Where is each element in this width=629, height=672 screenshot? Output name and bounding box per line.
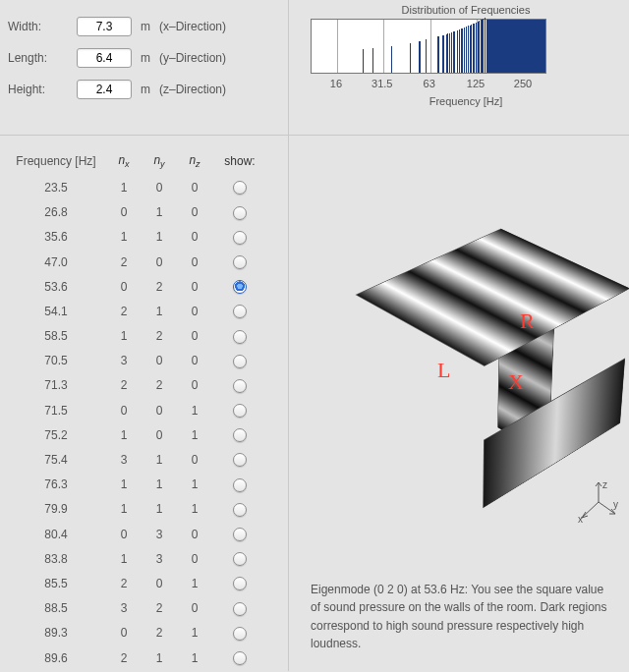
show-radio[interactable] <box>233 181 247 195</box>
room-face-top <box>355 229 629 366</box>
table-row: 53.6020 <box>6 274 282 299</box>
table-row: 83.8130 <box>6 546 282 571</box>
frequency-table-header: Frequency [Hz] nx ny nz show: <box>6 153 282 169</box>
frequency-table: Frequency [Hz] nx ny nz show: 23.510026.… <box>0 136 289 671</box>
show-radio[interactable] <box>233 206 247 220</box>
room-render[interactable]: L R X <box>302 181 616 505</box>
cell-nx: 1 <box>106 428 142 442</box>
cell-nx: 0 <box>106 280 142 294</box>
cell-ny: 0 <box>142 255 177 269</box>
cell-nz: 0 <box>177 230 212 244</box>
show-radio[interactable] <box>233 503 247 517</box>
cell-ny: 1 <box>142 230 177 244</box>
show-radio[interactable] <box>233 379 247 393</box>
cell-nx: 1 <box>106 477 142 491</box>
distribution-panel: Distribution of Frequencies 1631.5631252… <box>289 0 629 135</box>
table-row: 75.2101 <box>6 422 282 447</box>
cell-ny: 3 <box>142 552 177 566</box>
cell-ny: 1 <box>142 477 177 491</box>
cell-nz: 1 <box>177 626 212 640</box>
cell-nz: 0 <box>177 354 212 367</box>
dim-row-length: Length: m (y–Direction) <box>8 45 280 71</box>
cell-frequency: 71.3 <box>6 378 106 392</box>
dim-direction: (x–Direction) <box>159 20 226 33</box>
table-row: 71.3220 <box>6 373 282 398</box>
dimensions-panel: Width: m (x–Direction) Length: m (y–Dire… <box>0 0 289 135</box>
table-row: 71.5001 <box>6 398 282 422</box>
dim-label: Width: <box>8 20 77 33</box>
cell-ny: 1 <box>142 453 177 467</box>
cell-ny: 2 <box>142 378 177 392</box>
cell-nx: 2 <box>106 305 142 318</box>
show-radio[interactable] <box>233 627 247 641</box>
svg-text:z: z <box>602 479 607 490</box>
svg-text:x: x <box>578 514 583 525</box>
cell-frequency: 35.6 <box>6 230 106 244</box>
cell-nz: 0 <box>177 255 212 269</box>
cell-nz: 0 <box>177 329 212 343</box>
dim-direction: (z–Direction) <box>159 83 226 96</box>
table-row: 85.5201 <box>6 571 282 595</box>
cell-frequency: 85.5 <box>6 577 106 590</box>
show-radio[interactable] <box>233 355 247 368</box>
cell-nz: 0 <box>177 453 212 467</box>
cell-nx: 1 <box>106 329 142 343</box>
table-row: 47.0200 <box>6 250 282 274</box>
show-radio[interactable] <box>233 478 247 492</box>
table-row: 76.3111 <box>6 473 282 497</box>
show-radio[interactable] <box>233 577 247 590</box>
dim-unit: m <box>132 51 159 65</box>
cell-nx: 3 <box>106 354 142 367</box>
cell-frequency: 76.3 <box>6 477 106 491</box>
cell-nx: 2 <box>106 651 142 665</box>
show-radio[interactable] <box>233 651 247 665</box>
cell-frequency: 79.9 <box>6 502 106 516</box>
height-input[interactable] <box>77 80 132 99</box>
table-row: 58.5120 <box>6 324 282 349</box>
cell-nz: 1 <box>177 502 212 516</box>
cell-frequency: 54.1 <box>6 305 106 318</box>
cell-nx: 0 <box>106 626 142 640</box>
cell-frequency: 75.2 <box>6 428 106 442</box>
cell-frequency: 70.5 <box>6 354 106 367</box>
eigenmode-caption: Eigenmode (0 2 0) at 53.6 Hz: You see th… <box>311 581 611 653</box>
cell-nz: 0 <box>177 378 212 392</box>
show-radio[interactable] <box>233 552 247 566</box>
show-radio[interactable] <box>233 453 247 467</box>
length-input[interactable] <box>77 48 132 68</box>
cell-nz: 0 <box>177 280 212 294</box>
cell-frequency: 80.4 <box>6 528 106 541</box>
cell-nz: 0 <box>177 552 212 566</box>
table-row: 70.5300 <box>6 349 282 373</box>
distribution-title: Distribution of Frequencies <box>311 4 621 16</box>
show-radio[interactable] <box>233 602 247 616</box>
cell-ny: 2 <box>142 601 177 615</box>
col-ny: ny <box>142 153 177 169</box>
cell-nz: 1 <box>177 428 212 442</box>
eigenmode-view: L R X z y x Eigenmode (0 2 0) at 53.6 Hz… <box>289 136 629 671</box>
show-radio[interactable] <box>233 231 247 245</box>
cell-frequency: 83.8 <box>6 552 106 566</box>
dim-row-height: Height: m (z–Direction) <box>8 77 280 102</box>
show-radio[interactable] <box>233 280 247 294</box>
svg-text:y: y <box>613 499 618 510</box>
width-input[interactable] <box>77 17 132 36</box>
show-radio[interactable] <box>233 255 247 269</box>
cell-nx: 3 <box>106 453 142 467</box>
distribution-xlabel: Frequency [Hz] <box>311 95 621 107</box>
cell-ny: 0 <box>142 181 177 195</box>
dim-direction: (y–Direction) <box>159 51 226 65</box>
show-radio[interactable] <box>233 428 247 442</box>
cell-ny: 2 <box>142 329 177 343</box>
cell-nx: 0 <box>106 205 142 219</box>
cell-nx: 2 <box>106 378 142 392</box>
table-row: 89.3021 <box>6 621 282 645</box>
cell-nz: 1 <box>177 651 212 665</box>
show-radio[interactable] <box>233 404 247 418</box>
cell-ny: 0 <box>142 577 177 590</box>
cell-nx: 1 <box>106 230 142 244</box>
show-radio[interactable] <box>233 305 247 318</box>
show-radio[interactable] <box>233 528 247 541</box>
show-radio[interactable] <box>233 330 247 344</box>
axes-indicator: z y x <box>574 478 619 524</box>
